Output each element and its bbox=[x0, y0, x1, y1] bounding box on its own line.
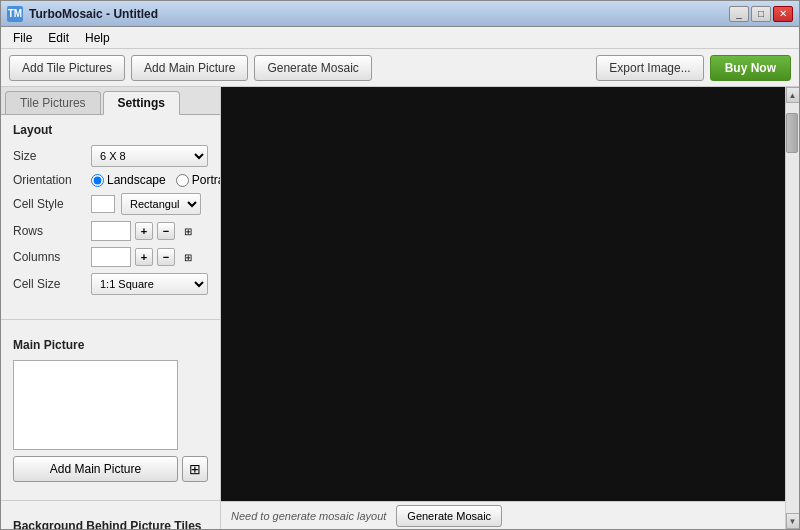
rows-decrement-button[interactable]: − bbox=[157, 222, 175, 240]
add-main-picture-button[interactable]: Add Main Picture bbox=[131, 55, 248, 81]
menu-file[interactable]: File bbox=[5, 29, 40, 47]
columns-decrement-button[interactable]: − bbox=[157, 248, 175, 266]
generate-mosaic-button[interactable]: Generate Mosaic bbox=[254, 55, 371, 81]
crop-button[interactable]: ⊞ bbox=[182, 456, 208, 482]
portrait-label: Portrait bbox=[192, 173, 221, 187]
cell-style-control: Rectangular Hexagonal Circle bbox=[91, 193, 201, 215]
scroll-thumb[interactable] bbox=[786, 113, 798, 153]
title-bar: TM TurboMosaic - Untitled _ □ ✕ bbox=[1, 1, 799, 27]
landscape-label: Landscape bbox=[107, 173, 166, 187]
rows-control: 67 + − ⊞ bbox=[91, 221, 197, 241]
main-picture-preview bbox=[13, 360, 178, 450]
cell-size-control: 1:1 Square 2:3 Portrait 3:2 Landscape bbox=[91, 273, 208, 295]
cell-size-select[interactable]: 1:1 Square 2:3 Portrait 3:2 Landscape bbox=[91, 273, 208, 295]
window-controls: _ □ ✕ bbox=[729, 6, 793, 22]
rows-row: Rows 67 + − ⊞ bbox=[13, 221, 208, 241]
divider-2 bbox=[1, 500, 220, 501]
landscape-radio[interactable] bbox=[91, 174, 104, 187]
status-generate-button[interactable]: Generate Mosaic bbox=[396, 505, 502, 527]
cell-style-preview bbox=[91, 195, 115, 213]
buy-now-button[interactable]: Buy Now bbox=[710, 55, 791, 81]
settings-section: Layout Size 6 X 8 4 X 6 5 X 7 8 X 10 bbox=[1, 115, 220, 309]
maximize-button[interactable]: □ bbox=[751, 6, 771, 22]
app-icon: TM bbox=[7, 6, 23, 22]
canvas-area: Need to generate mosaic layout Generate … bbox=[221, 87, 785, 529]
size-label: Size bbox=[13, 149, 85, 163]
window-title: TurboMosaic - Untitled bbox=[29, 7, 158, 21]
rows-increment-button[interactable]: + bbox=[135, 222, 153, 240]
rows-grid-icon[interactable]: ⊞ bbox=[179, 222, 197, 240]
left-panel: Tile Pictures Settings Layout Size 6 X 8… bbox=[1, 87, 221, 529]
portrait-radio[interactable] bbox=[176, 174, 189, 187]
portrait-radio-label[interactable]: Portrait bbox=[176, 173, 221, 187]
orientation-row: Orientation Landscape Portrait bbox=[13, 173, 208, 187]
main-content: Tile Pictures Settings Layout Size 6 X 8… bbox=[1, 87, 799, 529]
tab-tile-pictures[interactable]: Tile Pictures bbox=[5, 91, 101, 114]
status-bar: Need to generate mosaic layout Generate … bbox=[221, 501, 785, 529]
toolbar: Add Tile Pictures Add Main Picture Gener… bbox=[1, 49, 799, 87]
main-picture-section-title: Main Picture bbox=[13, 338, 208, 352]
mosaic-grid-svg bbox=[221, 87, 785, 501]
size-row: Size 6 X 8 4 X 6 5 X 7 8 X 10 bbox=[13, 145, 208, 167]
landscape-radio-label[interactable]: Landscape bbox=[91, 173, 166, 187]
background-section: Background Behind Picture Tiles Tile Spa… bbox=[1, 511, 220, 529]
divider-1 bbox=[1, 319, 220, 320]
add-picture-row: Add Main Picture ⊞ bbox=[13, 456, 208, 482]
add-tile-pictures-button[interactable]: Add Tile Pictures bbox=[9, 55, 125, 81]
right-scrollbar: ▲ ▼ bbox=[785, 87, 799, 529]
crop-icon: ⊞ bbox=[189, 461, 201, 477]
menu-bar: File Edit Help bbox=[1, 27, 799, 49]
cell-style-label: Cell Style bbox=[13, 197, 85, 211]
columns-input[interactable]: 90 bbox=[91, 247, 131, 267]
columns-increment-button[interactable]: + bbox=[135, 248, 153, 266]
columns-grid-icon[interactable]: ⊞ bbox=[179, 248, 197, 266]
mosaic-canvas bbox=[221, 87, 785, 501]
columns-row: Columns 90 + − ⊞ bbox=[13, 247, 208, 267]
add-main-picture-btn[interactable]: Add Main Picture bbox=[13, 456, 178, 482]
main-picture-section: Main Picture Add Main Picture ⊞ bbox=[1, 330, 220, 490]
cell-style-row: Cell Style Rectangular Hexagonal Circle bbox=[13, 193, 208, 215]
columns-label: Columns bbox=[13, 250, 85, 264]
size-select[interactable]: 6 X 8 4 X 6 5 X 7 8 X 10 bbox=[91, 145, 208, 167]
scroll-up-arrow[interactable]: ▲ bbox=[786, 87, 800, 103]
svg-rect-2 bbox=[221, 87, 785, 501]
rows-label: Rows bbox=[13, 224, 85, 238]
scroll-down-arrow[interactable]: ▼ bbox=[786, 513, 800, 529]
minimize-button[interactable]: _ bbox=[729, 6, 749, 22]
close-button[interactable]: ✕ bbox=[773, 6, 793, 22]
tab-settings[interactable]: Settings bbox=[103, 91, 180, 115]
size-control: 6 X 8 4 X 6 5 X 7 8 X 10 bbox=[91, 145, 208, 167]
layout-section-title: Layout bbox=[13, 123, 208, 137]
tab-bar: Tile Pictures Settings bbox=[1, 87, 220, 115]
title-bar-left: TM TurboMosaic - Untitled bbox=[7, 6, 158, 22]
rows-input[interactable]: 67 bbox=[91, 221, 131, 241]
menu-help[interactable]: Help bbox=[77, 29, 118, 47]
cell-size-label: Cell Size bbox=[13, 277, 85, 291]
background-section-title: Background Behind Picture Tiles bbox=[13, 519, 208, 529]
scroll-track bbox=[786, 103, 800, 513]
orientation-radio-group: Landscape Portrait bbox=[91, 173, 221, 187]
orientation-label: Orientation bbox=[13, 173, 85, 187]
menu-edit[interactable]: Edit bbox=[40, 29, 77, 47]
columns-control: 90 + − ⊞ bbox=[91, 247, 197, 267]
export-image-button[interactable]: Export Image... bbox=[596, 55, 703, 81]
cell-size-row: Cell Size 1:1 Square 2:3 Portrait 3:2 La… bbox=[13, 273, 208, 295]
main-window: TM TurboMosaic - Untitled _ □ ✕ File Edi… bbox=[0, 0, 800, 530]
status-message: Need to generate mosaic layout bbox=[231, 510, 386, 522]
cell-style-select[interactable]: Rectangular Hexagonal Circle bbox=[121, 193, 201, 215]
